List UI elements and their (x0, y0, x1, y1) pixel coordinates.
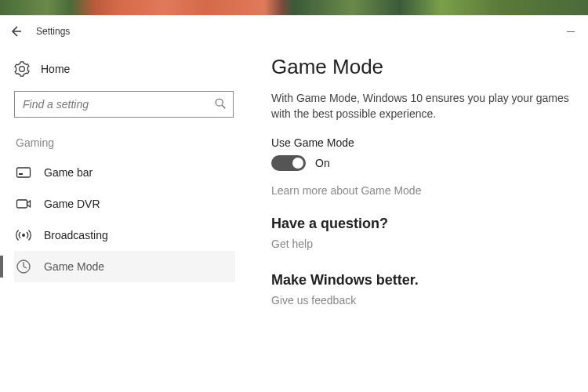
svg-rect-2 (17, 168, 31, 177)
sidebar-item-label: Broadcasting (44, 229, 108, 241)
desktop-wallpaper-strip (0, 0, 588, 16)
sidebar-item-game-bar[interactable]: Game bar (14, 157, 235, 188)
sidebar-item-label: Game DVR (44, 198, 100, 210)
better-heading: Make Windows better. (271, 272, 571, 289)
back-button[interactable] (0, 16, 31, 47)
search-wrap (14, 91, 234, 118)
sidebar-item-game-mode[interactable]: Game Mode (14, 251, 235, 282)
sidebar-nav-list: Game bar Game DVR Broadcasting Game Mode (14, 157, 235, 282)
sidebar: Home Gaming Game bar Game DVR (0, 47, 243, 392)
main-content: Game Mode With Game Mode, Windows 10 ens… (243, 47, 588, 392)
game-dvr-icon (16, 196, 31, 212)
question-heading: Have a question? (271, 216, 571, 232)
page-title: Game Mode (271, 55, 571, 79)
sidebar-item-game-dvr[interactable]: Game DVR (14, 188, 235, 220)
page-description: With Game Mode, Windows 10 ensures you p… (271, 90, 569, 122)
search-input[interactable] (14, 91, 234, 118)
window-title: Settings (36, 26, 70, 37)
toggle-knob (292, 158, 303, 169)
broadcasting-icon (16, 227, 31, 243)
home-label: Home (41, 63, 70, 75)
minimize-icon (567, 31, 575, 32)
game-bar-icon (16, 165, 31, 180)
sidebar-item-label: Game bar (44, 166, 93, 179)
get-help-link[interactable]: Get help (271, 238, 313, 250)
arrow-left-icon (9, 25, 22, 38)
svg-rect-4 (17, 200, 27, 208)
toggle-label: Use Game Mode (271, 136, 571, 149)
svg-point-5 (22, 234, 25, 237)
game-mode-icon (16, 259, 31, 274)
sidebar-item-broadcasting[interactable]: Broadcasting (14, 220, 235, 251)
game-mode-toggle[interactable] (271, 155, 306, 171)
minimize-button[interactable] (563, 24, 579, 39)
sidebar-category: Gaming (14, 136, 235, 149)
home-nav[interactable]: Home (14, 61, 235, 77)
toggle-state: On (315, 157, 330, 169)
gear-icon (14, 61, 30, 77)
body-area: Home Gaming Game bar Game DVR (0, 47, 588, 392)
titlebar: Settings (0, 16, 588, 47)
toggle-row: On (271, 155, 571, 171)
learn-more-link[interactable]: Learn more about Game Mode (271, 184, 421, 197)
svg-rect-3 (19, 173, 23, 175)
sidebar-item-label: Game Mode (44, 260, 104, 273)
feedback-link[interactable]: Give us feedback (271, 294, 356, 307)
